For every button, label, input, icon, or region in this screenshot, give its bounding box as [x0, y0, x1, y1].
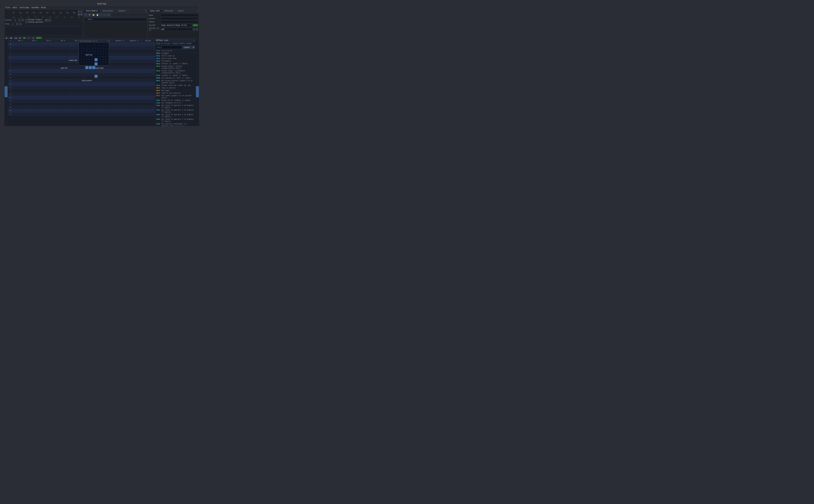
effect-item-13[interactable]: 0DxxJump to next pattern — [155, 92, 195, 95]
cell-row2-ch1[interactable] — [27, 50, 41, 53]
cell-row1-ch3[interactable] — [56, 46, 70, 49]
cell-row15-ch3[interactable] — [56, 93, 70, 96]
cell-row0-ch7[interactable] — [112, 43, 127, 46]
cell-row8-ch5[interactable] — [84, 70, 98, 73]
cell-row11-ch1[interactable] — [27, 79, 41, 83]
pattern-row-7[interactable]: 7 — [8, 66, 155, 69]
cell-row6-ch7[interactable] — [112, 63, 127, 66]
cell-row9-ch1[interactable] — [27, 73, 41, 76]
cell-row4-ch7[interactable] — [112, 56, 127, 59]
cell-row5-ch7[interactable] — [112, 60, 127, 63]
cell-row1-ch7[interactable] — [112, 46, 127, 49]
cell-row19-ch3[interactable] — [56, 106, 70, 109]
dock-right-btn[interactable] — [196, 86, 199, 97]
menu-file[interactable]: file — [5, 6, 10, 9]
cell-row17-ch3[interactable] — [56, 99, 70, 102]
octave-input[interactable] — [13, 19, 17, 21]
cell-row12-ch2[interactable] — [41, 83, 56, 86]
cell-row14-ch2[interactable] — [41, 89, 56, 92]
octave-inc[interactable]: + — [22, 19, 24, 21]
cell-row17-ch1[interactable] — [27, 99, 41, 102]
remove-channel-btn[interactable]: - — [80, 10, 83, 13]
cell-row12-ch1[interactable] — [27, 83, 41, 86]
cell-row20-ch5[interactable] — [84, 109, 98, 112]
cell-row7-ch4[interactable] — [70, 66, 84, 69]
cell-row17-ch8[interactable] — [127, 99, 141, 102]
cell-row15-ch1[interactable] — [27, 93, 41, 96]
effect-item-10[interactable]: 0AxyVolume slide (0y: down; x0: up) — [155, 84, 195, 87]
cell-row16-ch6[interactable] — [98, 96, 112, 99]
cell-row3-ch1[interactable] — [27, 53, 41, 56]
cell-row16-ch4[interactable] — [70, 96, 84, 99]
inst-save-btn[interactable]: 💾 — [96, 13, 99, 16]
cell-row20-ch9[interactable] — [141, 109, 155, 112]
cell-row8-ch0[interactable] — [13, 70, 27, 73]
cell-row9-ch8[interactable] — [127, 73, 141, 76]
dock-left-btn[interactable] — [5, 86, 8, 97]
effect-item-14[interactable]: 0FxxSet speed (speed 2 if no grooves exi… — [155, 95, 195, 99]
cell-row20-ch1[interactable] — [27, 109, 41, 112]
cell-row12-ch3[interactable] — [56, 83, 70, 86]
cell-row18-ch4[interactable] — [70, 103, 84, 106]
cell-row0-ch3[interactable] — [56, 43, 70, 46]
cell-row5-ch8[interactable] — [127, 60, 141, 63]
cell-row14-ch9[interactable] — [141, 89, 155, 92]
search-button[interactable]: Search — [182, 46, 191, 49]
cell-row7-ch9[interactable] — [141, 66, 155, 69]
pattern-row-8[interactable]: 8 — [8, 69, 155, 73]
cell-row13-ch4[interactable] — [70, 86, 84, 89]
effect-search-input[interactable] — [156, 46, 182, 49]
cell-row7-ch2[interactable] — [41, 66, 56, 69]
cell-row16-ch1[interactable] — [27, 96, 41, 99]
cell-row8-ch7[interactable] — [112, 70, 127, 73]
effect-item-6[interactable]: 06xyVolume slide + portamento (compatibi… — [155, 70, 195, 74]
menu-help[interactable]: help — [41, 6, 46, 9]
cell-row21-ch0[interactable] — [13, 113, 27, 116]
effect-item-17[interactable]: 12xxSet level of operator 1 (0 highest, … — [155, 104, 195, 109]
inst-open-btn[interactable]: 📂 — [92, 13, 95, 16]
cell-row12-ch0[interactable] — [13, 83, 27, 86]
cell-row16-ch2[interactable] — [41, 96, 56, 99]
make-tab-handle[interactable] — [95, 62, 97, 65]
cell-row21-ch5[interactable] — [84, 113, 98, 116]
cell-row7-ch8[interactable] — [127, 66, 141, 69]
cell-row13-ch6[interactable] — [98, 86, 112, 89]
cell-row12-ch5[interactable] — [84, 83, 98, 86]
cell-row21-ch7[interactable] — [112, 113, 127, 116]
cell-row10-ch2[interactable] — [41, 76, 56, 79]
inst-none-dropdown[interactable]: - None - — [84, 18, 147, 21]
cell-row13-ch0[interactable] — [13, 86, 27, 89]
cell-row10-ch9[interactable] — [141, 76, 155, 79]
cell-row12-ch6[interactable] — [98, 83, 112, 86]
cell-row14-ch0[interactable] — [13, 89, 27, 92]
follow-orders-check[interactable]: ✓ — [25, 19, 27, 21]
cell-row15-ch6[interactable] — [98, 93, 112, 96]
cell-row17-ch7[interactable] — [112, 99, 127, 102]
cell-row12-ch4[interactable] — [70, 83, 84, 86]
cell-row18-ch5[interactable] — [84, 103, 98, 106]
tab-subsongs[interactable]: Subsongs — [162, 9, 176, 13]
cell-row3-ch2[interactable] — [41, 53, 56, 56]
cell-row5-ch0[interactable] — [13, 60, 27, 63]
cell-row1-ch9[interactable] — [141, 46, 155, 49]
cell-row17-ch5[interactable] — [84, 99, 98, 102]
cell-row13-ch5[interactable] — [84, 86, 98, 89]
cell-row18-ch0[interactable] — [13, 103, 27, 106]
step-input[interactable] — [11, 23, 15, 25]
cell-row0-ch1[interactable] — [27, 43, 41, 46]
cell-row9-ch0[interactable] — [13, 73, 27, 76]
cell-row1-ch8[interactable] — [127, 46, 141, 49]
instruments-panel-close[interactable]: × — [144, 9, 147, 13]
pattern-row-16[interactable]: 16 — [8, 96, 155, 99]
cell-row19-ch1[interactable] — [27, 106, 41, 109]
cell-row10-ch6[interactable] — [98, 76, 112, 79]
tuning-dec[interactable]: - — [193, 28, 195, 31]
inst-del-btn[interactable]: ✕ — [107, 13, 111, 16]
inst-down-btn[interactable]: ↓ — [103, 13, 107, 16]
cell-row6-ch1[interactable] — [27, 63, 41, 66]
cell-row7-ch3[interactable] — [56, 66, 70, 69]
ch-up-btn[interactable]: ▲ — [78, 13, 80, 16]
cell-row15-ch8[interactable] — [127, 93, 141, 96]
cell-row1-ch1[interactable] — [27, 46, 41, 49]
cell-row2-ch9[interactable] — [141, 50, 155, 53]
